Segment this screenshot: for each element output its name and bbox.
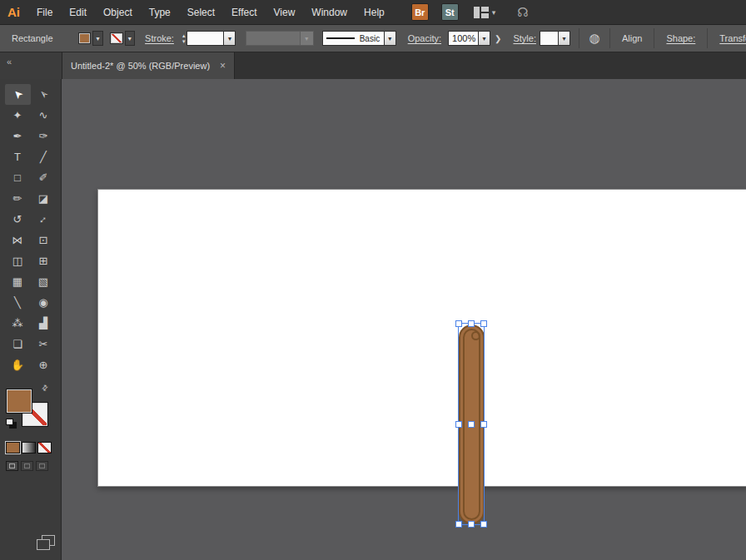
tool-selection[interactable]: ➤ bbox=[5, 84, 31, 105]
stroke-weight-stepper[interactable]: ▴ ▾ bbox=[182, 32, 186, 44]
tool-pen[interactable]: ✒ bbox=[5, 126, 31, 146]
tool-magic-wand[interactable]: ✦ bbox=[5, 105, 31, 126]
tool-mesh[interactable]: ▦ bbox=[5, 271, 31, 292]
menu-item[interactable]: Select bbox=[179, 0, 223, 25]
color-button[interactable] bbox=[6, 442, 20, 453]
stroke-weight-combo: ▾ bbox=[186, 31, 236, 46]
canvas[interactable] bbox=[62, 79, 746, 560]
menu-item[interactable]: Edit bbox=[61, 0, 95, 25]
bridge-button[interactable]: Br bbox=[411, 3, 429, 21]
tool-paintbrush[interactable]: ✐ bbox=[31, 167, 57, 188]
menu-item[interactable]: Type bbox=[141, 0, 179, 25]
stroke-weight-input[interactable] bbox=[186, 31, 223, 46]
draw-behind-icon[interactable] bbox=[21, 461, 33, 471]
draw-normal-icon[interactable] bbox=[6, 461, 18, 471]
selection-handle-top-middle[interactable] bbox=[468, 320, 475, 327]
menu-item[interactable]: View bbox=[266, 0, 304, 25]
selection-handle-middle-right[interactable] bbox=[480, 421, 487, 428]
tool-column-graph[interactable]: ▟ bbox=[31, 313, 57, 334]
selection-center-point[interactable] bbox=[468, 421, 475, 428]
menu-item[interactable]: Help bbox=[356, 0, 393, 25]
tool-pencil[interactable]: ✏ bbox=[5, 188, 31, 209]
style-label[interactable]: Style: bbox=[513, 33, 536, 43]
artboard[interactable] bbox=[97, 189, 746, 487]
menu-item[interactable]: Window bbox=[303, 0, 356, 25]
tool-icon: □ bbox=[14, 171, 21, 184]
selection-handle-bottom-middle[interactable] bbox=[468, 521, 475, 528]
tool-perspective-grid[interactable]: ⊞ bbox=[31, 250, 57, 271]
tool-symbol-sprayer[interactable]: ⁂ bbox=[5, 313, 31, 334]
collapse-panel-icon[interactable]: « bbox=[7, 57, 12, 67]
align-label[interactable]: Align bbox=[622, 33, 642, 43]
draw-inside-icon[interactable] bbox=[36, 461, 48, 471]
selection-handle-top-right[interactable] bbox=[480, 320, 487, 327]
stock-button[interactable]: St bbox=[441, 3, 459, 21]
share-screen-icon[interactable]: ☊ bbox=[517, 5, 528, 20]
brush-dropdown-button[interactable]: ▾ bbox=[384, 31, 396, 46]
tool-blend[interactable]: ◉ bbox=[31, 292, 57, 313]
menu-items: FileEditObjectTypeSelectEffectViewWindow… bbox=[28, 0, 393, 25]
workspace-icon-part bbox=[481, 13, 489, 18]
tool-rotate[interactable]: ↺ bbox=[5, 209, 31, 230]
default-swatches-icon[interactable] bbox=[6, 419, 16, 427]
tool-eraser[interactable]: ◪ bbox=[31, 188, 57, 209]
menu-item[interactable]: Effect bbox=[223, 0, 265, 25]
fill-proxy-swatch[interactable] bbox=[6, 389, 32, 414]
swap-fill-stroke-icon[interactable]: ⇄ bbox=[40, 383, 50, 393]
chevron-down-icon: ▾ bbox=[388, 35, 391, 42]
close-icon[interactable]: × bbox=[220, 60, 226, 72]
graphic-style-combo: ▾ bbox=[540, 31, 570, 46]
tool-slice[interactable]: ✂ bbox=[31, 334, 57, 354]
opacity-dropdown-button[interactable]: ▾ bbox=[478, 31, 490, 46]
tool-eyedropper[interactable]: ╲ bbox=[5, 292, 31, 313]
brush-definition-value[interactable]: Basic bbox=[322, 31, 384, 46]
tool-type[interactable]: T bbox=[5, 146, 31, 167]
selection-handle-bottom-left[interactable] bbox=[455, 521, 462, 528]
tool-shape-builder[interactable]: ◫ bbox=[5, 250, 31, 271]
opacity-input[interactable]: 100% bbox=[448, 31, 478, 46]
transform-label[interactable]: Transform bbox=[719, 33, 746, 43]
separator bbox=[609, 28, 610, 48]
tool-direct-selection[interactable]: ➣ bbox=[31, 84, 57, 105]
stroke-color-swatch[interactable] bbox=[110, 32, 123, 44]
tool-icon: ⊞ bbox=[39, 255, 48, 267]
recolor-artwork-icon[interactable]: ◍ bbox=[588, 32, 601, 45]
stroke-weight-dropdown-button[interactable]: ▾ bbox=[223, 31, 236, 46]
tool-curvature[interactable]: ✑ bbox=[31, 126, 57, 146]
graphic-style-value[interactable] bbox=[540, 31, 558, 46]
opacity-label[interactable]: Opacity: bbox=[408, 33, 441, 43]
workspace-switcher-icon[interactable] bbox=[474, 7, 489, 18]
tool-artboard[interactable]: ❏ bbox=[5, 334, 31, 354]
menu-item[interactable]: File bbox=[28, 0, 61, 25]
shape-label[interactable]: Shape: bbox=[666, 33, 695, 43]
chevron-down-icon: ▾ bbox=[300, 32, 313, 45]
selection-handle-top-left[interactable] bbox=[455, 320, 462, 327]
chevron-down-icon: ▾ bbox=[483, 35, 486, 42]
chevron-right-icon[interactable]: ❯ bbox=[495, 34, 501, 43]
fill-dropdown-button[interactable]: ▾ bbox=[92, 31, 103, 46]
screen-mode-icon[interactable] bbox=[37, 535, 57, 550]
style-dropdown-button[interactable]: ▾ bbox=[558, 31, 570, 46]
stroke-label[interactable]: Stroke: bbox=[145, 33, 174, 43]
tool-line-segment[interactable]: ╱ bbox=[31, 146, 57, 167]
color-mode-buttons bbox=[6, 442, 61, 453]
chevron-down-icon[interactable]: ▾ bbox=[492, 8, 496, 17]
tool-width[interactable]: ⋈ bbox=[5, 230, 31, 250]
tool-lasso[interactable]: ∿ bbox=[31, 105, 57, 126]
tool-zoom[interactable]: ⊕ bbox=[31, 354, 57, 375]
selection-handle-middle-left[interactable] bbox=[455, 421, 462, 428]
gradient-button[interactable] bbox=[22, 442, 36, 453]
tool-hand[interactable]: ✋ bbox=[5, 354, 31, 375]
tool-rectangle[interactable]: □ bbox=[5, 167, 31, 188]
tool-scale[interactable]: ↕ bbox=[31, 209, 57, 230]
menu-item[interactable]: Object bbox=[95, 0, 141, 25]
document-tab[interactable]: Untitled-2* @ 50% (RGB/Preview) × bbox=[62, 52, 235, 79]
selection-handle-bottom-right[interactable] bbox=[480, 521, 487, 528]
none-button[interactable] bbox=[37, 442, 52, 453]
fill-color-swatch[interactable] bbox=[78, 32, 92, 44]
tool-gradient[interactable]: ▧ bbox=[31, 271, 57, 292]
tool-icon: ↺ bbox=[13, 213, 22, 225]
stroke-dropdown-button[interactable]: ▾ bbox=[125, 31, 136, 46]
tool-free-transform[interactable]: ⊡ bbox=[31, 230, 57, 250]
fill-stroke-indicator: ⇄ bbox=[6, 389, 56, 432]
